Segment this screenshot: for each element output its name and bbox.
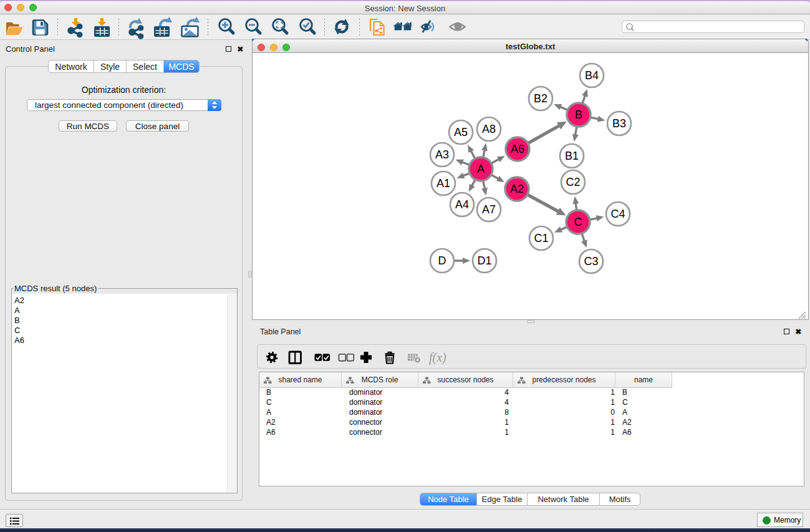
svg-text:A8: A8	[482, 123, 496, 135]
svg-text:C4: C4	[610, 208, 625, 220]
svg-text:A6: A6	[511, 143, 524, 155]
svg-text:C2: C2	[566, 176, 580, 188]
svg-text:C1: C1	[534, 232, 548, 244]
svg-text:B2: B2	[534, 92, 547, 105]
svg-text:A4: A4	[455, 198, 469, 211]
svg-text:C: C	[574, 216, 582, 228]
svg-text:B4: B4	[585, 69, 599, 82]
svg-text:A3: A3	[435, 148, 449, 161]
svg-text:D1: D1	[477, 254, 491, 267]
svg-text:C3: C3	[584, 255, 598, 268]
svg-text:B3: B3	[612, 117, 626, 130]
svg-text:A5: A5	[454, 126, 468, 138]
svg-text:B1: B1	[565, 150, 579, 162]
svg-text:D: D	[438, 254, 446, 267]
svg-text:A1: A1	[436, 177, 450, 190]
svg-text:A: A	[477, 163, 485, 175]
svg-text:A7: A7	[482, 203, 496, 216]
svg-text:B: B	[575, 109, 582, 121]
svg-text:f(x): f(x)	[429, 351, 446, 365]
svg-text:A2: A2	[510, 183, 524, 195]
